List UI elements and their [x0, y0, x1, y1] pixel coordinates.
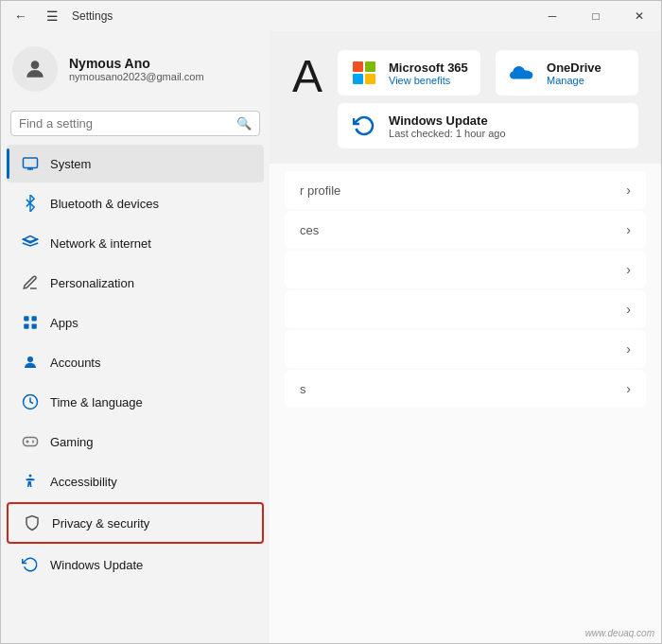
ms365-subtitle[interactable]: View benefits — [389, 75, 468, 86]
list-item[interactable]: › — [285, 290, 646, 328]
windows-update-card[interactable]: Windows Update Last checked: 1 hour ago — [338, 103, 638, 148]
windows-update-title: Windows Update — [389, 113, 506, 128]
ms365-title: Microsoft 365 — [389, 61, 468, 75]
ms365-text: Microsoft 365 View benefits — [389, 61, 468, 86]
sidebar-item-network[interactable]: Network & internet — [7, 224, 264, 262]
svg-point-9 — [29, 475, 32, 478]
sidebar-item-gaming-label: Gaming — [50, 435, 94, 449]
personalization-icon — [20, 272, 41, 293]
card-row-top: Microsoft 365 View benefits O — [338, 50, 638, 96]
content-area: A Microsoft 365 View benefits — [270, 31, 661, 643]
minimize-button[interactable]: ─ — [531, 1, 574, 31]
svg-rect-5 — [32, 324, 37, 329]
sidebar: Nymous Ano nymousano2023@gmail.com 🔍 Sys… — [1, 31, 270, 643]
sidebar-item-update-label: Windows Update — [50, 558, 143, 572]
sidebar-item-bluetooth-label: Bluetooth & devices — [50, 197, 159, 211]
apps-icon — [20, 312, 41, 333]
sidebar-item-gaming[interactable]: Gaming — [7, 423, 264, 461]
user-email: nymousano2023@gmail.com — [69, 71, 204, 82]
time-icon — [20, 392, 41, 412]
list-item[interactable]: › — [285, 330, 646, 368]
sidebar-item-personalization[interactable]: Personalization — [7, 264, 264, 302]
list-item[interactable]: r profile › — [285, 171, 646, 209]
ms365-icon — [349, 58, 379, 88]
window-title: Settings — [72, 9, 113, 23]
main-layout: Nymous Ano nymousano2023@gmail.com 🔍 Sys… — [1, 31, 661, 643]
svg-rect-1 — [24, 158, 38, 168]
sidebar-item-time[interactable]: Time & language — [7, 383, 264, 421]
sidebar-item-privacy[interactable]: Privacy & security — [7, 502, 264, 544]
content-list: r profile › ces › › › › — [270, 164, 661, 417]
search-input[interactable] — [19, 116, 231, 131]
svg-rect-8 — [24, 438, 38, 446]
title-bar-left: ← ☰ Settings — [9, 5, 113, 27]
svg-point-0 — [31, 61, 40, 69]
svg-rect-3 — [32, 316, 37, 321]
sidebar-item-accounts[interactable]: Accounts — [7, 343, 264, 381]
network-icon — [20, 233, 41, 253]
gaming-icon — [20, 431, 41, 452]
sidebar-item-privacy-label: Privacy & security — [52, 516, 149, 531]
sidebar-item-accounts-label: Accounts — [50, 356, 100, 370]
chevron-icon: › — [626, 302, 631, 317]
svg-rect-4 — [24, 324, 28, 329]
sidebar-item-apps-label: Apps — [50, 316, 78, 330]
ms365-card[interactable]: Microsoft 365 View benefits — [338, 50, 480, 96]
sidebar-item-network-label: Network & internet — [50, 236, 151, 251]
onedrive-text: OneDrive Manage — [547, 61, 601, 86]
big-letter: A — [292, 54, 322, 99]
accessibility-icon — [20, 471, 41, 492]
chevron-icon: › — [626, 381, 631, 396]
user-info: Nymous Ano nymousano2023@gmail.com — [69, 56, 204, 82]
chevron-icon: › — [626, 262, 631, 277]
chevron-icon: › — [626, 222, 631, 237]
maximize-button[interactable]: □ — [574, 1, 618, 31]
sidebar-item-system[interactable]: System — [7, 145, 264, 183]
search-icon: 🔍 — [236, 116, 252, 131]
list-item-text: s — [300, 382, 306, 396]
window-controls: ─ □ ✕ — [531, 1, 661, 31]
chevron-icon: › — [626, 183, 631, 198]
list-item[interactable]: s › — [285, 370, 646, 408]
settings-window: ← ☰ Settings ─ □ ✕ Nymous Ano — [0, 0, 662, 644]
list-item-text: ces — [300, 223, 319, 237]
close-button[interactable]: ✕ — [618, 1, 661, 31]
onedrive-title: OneDrive — [547, 61, 601, 75]
system-icon — [20, 153, 41, 174]
avatar — [12, 46, 58, 92]
list-item-text: r profile — [300, 183, 340, 198]
accounts-icon — [20, 352, 41, 373]
sidebar-item-accessibility-label: Accessibility — [50, 475, 117, 489]
sidebar-item-update[interactable]: Windows Update — [7, 546, 264, 583]
watermark: www.deuaq.com — [585, 628, 654, 638]
sidebar-item-accessibility[interactable]: Accessibility — [7, 462, 264, 500]
content-cards: Microsoft 365 View benefits O — [338, 50, 638, 148]
user-profile[interactable]: Nymous Ano nymousano2023@gmail.com — [1, 31, 270, 107]
hamburger-button[interactable]: ☰ — [41, 5, 64, 27]
windows-update-icon — [349, 111, 379, 141]
sidebar-item-bluetooth[interactable]: Bluetooth & devices — [7, 184, 264, 222]
onedrive-subtitle[interactable]: Manage — [547, 75, 601, 86]
sidebar-item-apps[interactable]: Apps — [7, 304, 264, 341]
list-item[interactable]: › — [285, 251, 646, 288]
windows-update-subtitle: Last checked: 1 hour ago — [389, 128, 506, 139]
list-item[interactable]: ces › — [285, 211, 646, 249]
content-header: A Microsoft 365 View benefits — [270, 31, 661, 164]
svg-rect-2 — [24, 316, 28, 321]
back-button[interactable]: ← — [9, 5, 33, 27]
title-bar: ← ☰ Settings ─ □ ✕ — [1, 1, 661, 31]
sidebar-item-time-label: Time & language — [50, 395, 143, 409]
onedrive-icon — [507, 58, 537, 88]
sidebar-item-personalization-label: Personalization — [50, 276, 134, 290]
onedrive-card[interactable]: OneDrive Manage — [496, 50, 638, 96]
svg-point-6 — [27, 357, 33, 362]
user-name: Nymous Ano — [69, 56, 204, 71]
chevron-icon: › — [626, 341, 631, 357]
privacy-icon — [22, 513, 43, 533]
search-box[interactable]: 🔍 — [10, 111, 260, 136]
windows-update-text: Windows Update Last checked: 1 hour ago — [389, 113, 506, 139]
sidebar-item-system-label: System — [50, 157, 91, 171]
update-icon — [20, 554, 41, 575]
bluetooth-icon — [20, 193, 41, 214]
